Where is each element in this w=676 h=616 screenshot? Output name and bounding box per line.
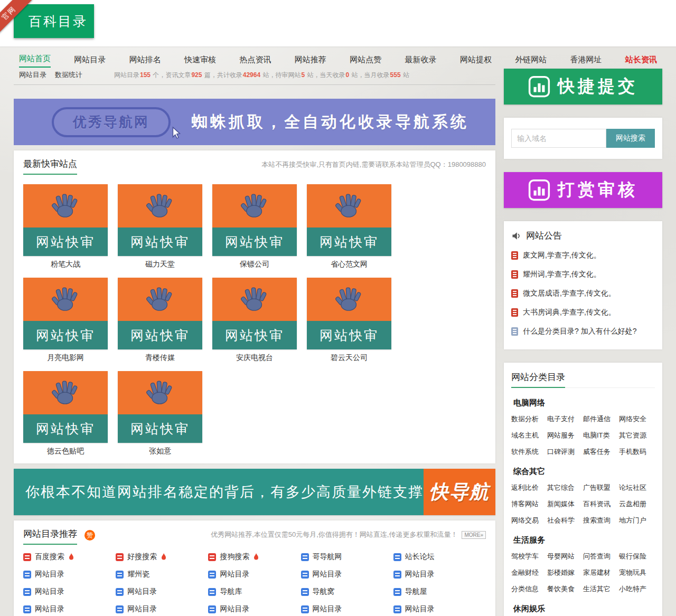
- recommend-link[interactable]: 网站目录: [301, 604, 393, 614]
- reward-review-banner[interactable]: 打赏审核: [504, 172, 662, 208]
- recommend-link[interactable]: 网站目录: [208, 570, 301, 579]
- recommend-link[interactable]: 导航库: [208, 587, 301, 596]
- category-link[interactable]: 博客网站: [511, 499, 547, 509]
- notice-item[interactable]: 耀州词,学查字,传文化。: [511, 265, 655, 284]
- fast-review-card[interactable]: 网站快审: [212, 278, 297, 349]
- fast-review-card[interactable]: 网站快审: [212, 184, 297, 256]
- site-search-button[interactable]: 网站搜索: [606, 129, 655, 148]
- recommend-link[interactable]: 好搜搜索: [116, 552, 208, 562]
- fast-review-site-name[interactable]: 保镖公司: [212, 260, 297, 269]
- category-link[interactable]: 驾校学车: [511, 552, 547, 561]
- tab-data-statistics[interactable]: 数据统计: [55, 70, 82, 80]
- recommend-link[interactable]: 网站目录: [23, 587, 116, 596]
- nav-item[interactable]: 网站首页: [19, 54, 51, 68]
- fast-review-site-name[interactable]: 月亮电影网: [23, 353, 108, 363]
- tab-site-directory[interactable]: 网站目录: [19, 70, 46, 80]
- category-link[interactable]: 银行保险: [619, 552, 655, 561]
- hero-banner-ad[interactable]: 优秀导航网 蜘蛛抓取，全自动化收录导航系统: [14, 99, 495, 145]
- category-link[interactable]: 网站服务: [547, 431, 583, 440]
- fast-review-site-name[interactable]: 磁力天堂: [118, 260, 202, 269]
- category-link[interactable]: 影楼婚嫁: [547, 568, 583, 577]
- fast-review-card[interactable]: 网站快审: [23, 278, 108, 349]
- category-link[interactable]: 分类信息: [511, 584, 547, 594]
- fast-review-site-name[interactable]: 粉笔大战: [23, 260, 108, 269]
- nav-item[interactable]: 站长资讯: [625, 55, 657, 68]
- notice-item[interactable]: 废文网,学查字,传文化。: [511, 246, 655, 265]
- fast-review-card[interactable]: 网站快审: [307, 278, 391, 349]
- recommend-link[interactable]: 导航屋: [393, 587, 486, 596]
- notice-item[interactable]: 大书房词典,学查字,传文化。: [511, 303, 655, 322]
- backlink-banner-ad[interactable]: 你根本不知道网站排名稳定的背后，有多少高质量外链支撑 快导航: [14, 469, 495, 515]
- recommend-link[interactable]: 搜狗搜索: [208, 552, 301, 562]
- fast-review-card[interactable]: 网站快审: [118, 184, 202, 256]
- recommend-link[interactable]: 站长论坛: [393, 552, 486, 562]
- recommend-link[interactable]: 耀州瓷: [116, 570, 208, 579]
- category-link[interactable]: 域名主机: [511, 431, 547, 440]
- category-link[interactable]: 小吃特产: [619, 584, 655, 594]
- nav-item[interactable]: 香港网址: [570, 55, 602, 68]
- category-link[interactable]: 网络安全: [619, 414, 655, 424]
- nav-item[interactable]: 热点资讯: [239, 55, 271, 68]
- recommend-link[interactable]: 网站目录: [23, 570, 116, 579]
- category-link[interactable]: 其它资源: [619, 431, 655, 440]
- site-logo[interactable]: 百科目录: [14, 4, 94, 38]
- category-link[interactable]: 搜索查询: [583, 516, 619, 525]
- fast-review-site-name[interactable]: 省心范文网: [307, 260, 391, 269]
- category-link[interactable]: 金融财经: [511, 568, 547, 577]
- nav-item[interactable]: 网站点赞: [350, 55, 381, 68]
- category-link[interactable]: 软件系统: [511, 447, 547, 457]
- fast-review-card[interactable]: 网站快审: [118, 371, 202, 443]
- recommend-link[interactable]: 网站目录: [116, 587, 208, 596]
- category-link[interactable]: 社会科学: [547, 516, 583, 525]
- fast-review-site-name[interactable]: 安庆电视台: [212, 353, 297, 363]
- recommend-link[interactable]: 网站目录: [23, 604, 116, 614]
- recommend-link[interactable]: 网站目录: [208, 604, 301, 614]
- category-link[interactable]: 生活其它: [583, 584, 619, 594]
- recommend-link[interactable]: 导航窝: [301, 587, 393, 596]
- category-link[interactable]: 餐饮美食: [547, 584, 583, 594]
- nav-item[interactable]: 最新收录: [405, 55, 437, 68]
- notice-item[interactable]: 微文居成语,学查字,传文化。: [511, 284, 655, 303]
- category-link[interactable]: 母婴网站: [547, 552, 583, 561]
- category-link[interactable]: 口碑评测: [547, 447, 583, 457]
- category-link[interactable]: 数据分析: [511, 414, 547, 424]
- category-link[interactable]: 网络交易: [511, 516, 547, 525]
- nav-item[interactable]: 网站排名: [129, 55, 161, 68]
- fast-review-card[interactable]: 网站快审: [307, 184, 391, 256]
- recommend-link[interactable]: 哥导航网: [301, 552, 393, 562]
- category-link[interactable]: 手机数码: [619, 447, 655, 457]
- category-link[interactable]: 云盘相册: [619, 499, 655, 509]
- recommend-link[interactable]: 网站目录: [393, 570, 486, 579]
- category-link[interactable]: 地方门户: [619, 516, 655, 525]
- recommend-link[interactable]: 网站目录: [116, 604, 208, 614]
- fast-review-site-name[interactable]: 德云色贴吧: [23, 447, 108, 456]
- category-link[interactable]: 电脑IT类: [583, 431, 619, 440]
- nav-item[interactable]: 外链网站: [515, 55, 547, 68]
- recommend-link[interactable]: 网站目录: [393, 604, 486, 614]
- fast-review-site-name[interactable]: 青楼传媒: [118, 353, 202, 363]
- category-link[interactable]: 家居建材: [583, 568, 619, 577]
- more-button[interactable]: MORE»: [462, 531, 486, 539]
- nav-item[interactable]: 网站目录: [74, 55, 106, 68]
- nav-item[interactable]: 网站推荐: [295, 55, 326, 68]
- category-link[interactable]: 返利比价: [511, 483, 547, 492]
- fast-review-card[interactable]: 网站快审: [23, 184, 108, 256]
- category-link[interactable]: 邮件通信: [583, 414, 619, 424]
- domain-search-input[interactable]: [511, 129, 606, 148]
- notice-item[interactable]: 什么是分类目录? 加入有什么好处?: [511, 322, 655, 341]
- category-link[interactable]: 宠物玩具: [619, 568, 655, 577]
- fast-review-card[interactable]: 网站快审: [23, 371, 108, 443]
- nav-item[interactable]: 快速审核: [184, 55, 216, 68]
- category-link[interactable]: 问答查询: [583, 552, 619, 561]
- category-link[interactable]: 其它综合: [547, 483, 583, 492]
- category-link[interactable]: 广告联盟: [583, 483, 619, 492]
- category-link[interactable]: 电子支付: [547, 414, 583, 424]
- recommend-link[interactable]: 网站目录: [301, 570, 393, 579]
- category-link[interactable]: 新闻媒体: [547, 499, 583, 509]
- category-link[interactable]: 威客任务: [583, 447, 619, 457]
- fast-review-site-name[interactable]: 碧云天公司: [307, 353, 391, 363]
- recommend-link[interactable]: 百度搜索: [23, 552, 116, 562]
- quick-submit-banner[interactable]: 快捷提交: [504, 69, 662, 105]
- category-link[interactable]: 百科资讯: [583, 499, 619, 509]
- fast-review-site-name[interactable]: 张如意: [118, 447, 202, 456]
